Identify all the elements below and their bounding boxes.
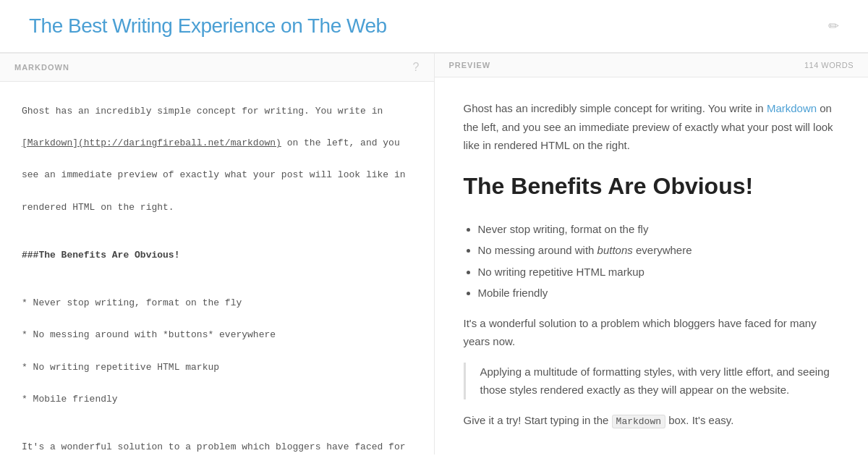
preview-label: PREVIEW [449,61,491,69]
markdown-line-1: Ghost has an incredibly simple concept f… [22,103,412,119]
preview-final-text-end: box. It's easy. [665,414,733,426]
markdown-panel: MARKDOWN ? Ghost has an incredibly simpl… [0,54,435,454]
markdown-editor[interactable]: Ghost has an incredibly simple concept f… [0,82,434,454]
preview-panel-header: PREVIEW 114 WORDS [435,54,869,77]
markdown-link: [Markdown](http://daringfireball.net/mar… [22,138,281,148]
preview-paragraph-2: It's a wonderful solution to a problem w… [464,314,840,351]
preview-bullet-item-4: Mobile friendly [478,284,840,303]
preview-blockquote-text: Applying a multitude of formatting style… [480,363,840,399]
italic-buttons: buttons [597,244,633,256]
preview-final-line: Give it a try! Start typing in the Markd… [464,411,840,430]
preview-content: Ghost has an incredibly simple concept f… [435,77,869,454]
markdown-panel-header: MARKDOWN ? [0,54,434,82]
preview-bullet-item-2: No messing around with buttons everywher… [478,241,840,260]
preview-heading: The Benefits Are Obvious! [464,166,840,206]
preview-intro: Ghost has an incredibly simple concept f… [464,99,840,155]
header: The Best Writing Experience on The Web ✏ [0,0,868,53]
preview-inline-code: Markdown [612,415,665,428]
markdown-label: MARKDOWN [14,63,69,72]
markdown-bullet-2: * No messing around with *buttons* every… [22,327,412,343]
markdown-bullet-3: * No writing repetitive HTML markup [22,360,412,376]
markdown-bullet-4: * Mobile friendly [22,392,412,407]
markdown-link-preview[interactable]: Markdown [767,102,817,114]
word-count: 114 WORDS [804,61,854,69]
preview-bullet-item-3: No writing repetitive HTML markup [478,263,840,282]
markdown-para-2-line1: It's a wonderful solution to a problem w… [22,439,412,454]
preview-final-text-start: Give it a try! Start typing in the [464,414,612,426]
split-container: MARKDOWN ? Ghost has an incredibly simpl… [0,53,868,454]
edit-icon[interactable]: ✏ [828,18,839,34]
markdown-line-3: see an immediate preview of exactly what… [22,167,412,183]
preview-bullet-list: Never stop writing, format on the fly No… [478,220,840,303]
preview-intro-text-start: Ghost has an incredibly simple concept f… [464,102,767,114]
preview-panel: PREVIEW 114 WORDS Ghost has an incredibl… [435,54,869,454]
markdown-line-2: [Markdown](http://daringfireball.net/mar… [22,135,412,151]
preview-blockquote: Applying a multitude of formatting style… [464,363,840,399]
markdown-line-4: rendered HTML on the right. [22,200,412,216]
preview-bullet-item-1: Never stop writing, format on the fly [478,220,840,239]
markdown-heading: ###The Benefits Are Obvious! [22,248,412,263]
markdown-help-icon[interactable]: ? [413,61,420,74]
markdown-bullet-1: * Never stop writing, format on the fly [22,295,412,311]
page-title: The Best Writing Experience on The Web [29,14,387,38]
